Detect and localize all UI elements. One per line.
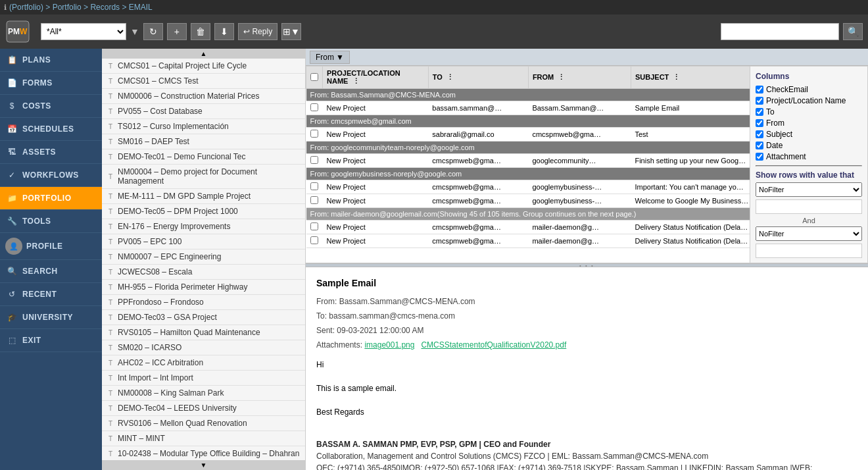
- project-item-7[interactable]: T DEMO-Tec01 – Demo Funcional Tec: [102, 149, 305, 165]
- project-item-13[interactable]: T NM00007 – EPC Engineering: [102, 249, 305, 265]
- row-checkbox[interactable]: [310, 182, 318, 190]
- project-item-9[interactable]: T ME-M-111 – DM GPD Sample Project: [102, 189, 305, 204]
- col-checkbox-to[interactable]: [756, 108, 763, 116]
- info-icon[interactable]: ℹ: [4, 3, 7, 12]
- project-item-19[interactable]: T SM020 – ICARSO: [102, 340, 305, 355]
- svg-text:W: W: [20, 27, 28, 36]
- refresh-button[interactable]: ↻: [143, 23, 163, 40]
- project-item-11[interactable]: T EN-176 – Energy Improvements: [102, 219, 305, 234]
- project-item-15[interactable]: T MH-955 – Florida Perimeter Highway: [102, 280, 305, 295]
- project-item-6[interactable]: T SM016 – DAEP Test: [102, 134, 305, 149]
- sig-phone: OFC: (+9714) 365-4850|MOB: (+972-50) 657…: [316, 462, 857, 471]
- col-checkbox-from[interactable]: [756, 119, 763, 127]
- project-item-24[interactable]: T RVS0106 – Mellon Quad Renovation: [102, 416, 305, 431]
- col-check-checkemail: CheckEmail: [756, 85, 862, 94]
- project-item-22[interactable]: T NM00008 – King Salman Park: [102, 386, 305, 401]
- row-to: cmcspmweb@gma…: [428, 234, 528, 248]
- search-input[interactable]: [721, 23, 839, 40]
- sidebar-item-profile[interactable]: 👤 PROFILE: [0, 233, 102, 260]
- project-list-scroll-down[interactable]: ▼: [102, 460, 305, 470]
- app-logo: PM W: [5, 20, 30, 43]
- sidebar-label-exit: EXIT: [22, 336, 41, 345]
- search-button[interactable]: 🔍: [843, 23, 863, 40]
- project-item-23[interactable]: T DEMO-Tec04 – LEEDS University: [102, 401, 305, 416]
- email-meta-attachments: Attachments: image001.png CMCSStatemento…: [316, 339, 857, 351]
- row-checkbox[interactable]: [310, 222, 318, 230]
- filter-input-1[interactable]: [756, 199, 862, 214]
- sidebar-label-forms: FORMS: [22, 78, 53, 88]
- filter-select-1[interactable]: NoFilter: [756, 182, 862, 197]
- project-item-10[interactable]: T DEMO-Tec05 – DPM Project 1000: [102, 204, 305, 219]
- col-checkbox: [306, 66, 323, 89]
- sidebar-item-forms[interactable]: 📄 FORMS: [0, 72, 102, 95]
- col-checkbox-project[interactable]: [756, 97, 763, 105]
- download-button[interactable]: ⬇: [214, 23, 234, 40]
- filter-dropdown[interactable]: *All*: [41, 23, 126, 40]
- sidebar-item-schedules[interactable]: 📅 SCHEDULES: [0, 118, 102, 141]
- row-project: New Project: [323, 180, 429, 194]
- delete-button[interactable]: 🗑: [191, 23, 210, 40]
- col-project[interactable]: PROJECT/LOCATIONNAME ⋮: [323, 66, 429, 89]
- project-icon-6: T: [106, 137, 115, 146]
- col-checkbox-checkemail[interactable]: [756, 86, 763, 93]
- row-checkbox[interactable]: [310, 196, 318, 204]
- attachment-link-2[interactable]: CMCSStatementofQualificationV2020.pdf: [421, 340, 566, 350]
- row-checkbox[interactable]: [310, 156, 318, 164]
- reply-button[interactable]: ↩ Reply: [238, 23, 277, 40]
- project-item-18[interactable]: T RVS0105 – Hamilton Quad Maintenance: [102, 325, 305, 340]
- sidebar-item-plans[interactable]: 📋 PLANS: [0, 49, 102, 72]
- email-regards: Best Regards: [316, 406, 857, 418]
- from-sort-button[interactable]: From ▼: [310, 51, 350, 64]
- project-item-21[interactable]: T Int Import – Int Import: [102, 371, 305, 386]
- col-from[interactable]: FROM ⋮: [528, 66, 631, 89]
- sidebar-item-portfolio[interactable]: 📁 PORTFOLIO: [0, 187, 102, 210]
- row-checkbox[interactable]: [310, 103, 318, 111]
- project-item-26[interactable]: T 10-02438 – Modular Type Office Buildin…: [102, 446, 305, 460]
- project-item-3[interactable]: T NM00006 – Construction Material Prices: [102, 89, 305, 104]
- sidebar-item-tools[interactable]: 🔧 TOOLS: [0, 210, 102, 233]
- project-icon-11: T: [106, 222, 115, 231]
- sidebar-item-assets[interactable]: 🏗 ASSETS: [0, 141, 102, 164]
- project-item-1[interactable]: T CMCS01 – Capital Project Life Cycle: [102, 59, 305, 74]
- sidebar-item-university[interactable]: 🎓 UNIVERSITY: [0, 306, 102, 329]
- from-bar: From ▼: [306, 49, 868, 66]
- attachment-link-1[interactable]: image001.png: [364, 340, 414, 350]
- project-item-2[interactable]: T CMCS01 – CMCS Test: [102, 74, 305, 89]
- project-item-5[interactable]: T TS012 – Curso Implementación: [102, 119, 305, 134]
- project-item-16[interactable]: T PPFrondoso – Frondoso: [102, 295, 305, 310]
- email-meta-sent: Sent: 09-03-2021 12:00:00 AM: [316, 325, 857, 336]
- project-icon-1: T: [106, 61, 115, 70]
- row-checkbox[interactable]: [310, 236, 318, 244]
- grid-button[interactable]: ⊞▼: [281, 23, 301, 40]
- add-button[interactable]: +: [167, 23, 187, 40]
- col-checkbox-date[interactable]: [756, 142, 763, 149]
- sig-company: Collaboration, Management and Control So…: [316, 450, 857, 462]
- project-item-12[interactable]: T PV005 – EPC 100: [102, 234, 305, 249]
- show-rows-label: Show rows with value that: [756, 170, 862, 180]
- project-icon-19: T: [106, 343, 115, 352]
- sidebar-item-exit[interactable]: ⬚ EXIT: [0, 329, 102, 352]
- row-from: mailer-daemon@g…: [528, 221, 631, 234]
- filter-select-2[interactable]: NoFilter: [756, 226, 862, 241]
- row-checkbox[interactable]: [310, 130, 318, 138]
- project-item-17[interactable]: T DEMO-Tec03 – GSA Project: [102, 310, 305, 325]
- project-icon-24: T: [106, 419, 115, 428]
- filter-input-2[interactable]: [756, 244, 862, 258]
- project-item-20[interactable]: T AHC02 – ICC Arbitration: [102, 355, 305, 371]
- sidebar-item-costs[interactable]: $ COSTS: [0, 95, 102, 118]
- project-item-4[interactable]: T PV055 – Cost Database: [102, 104, 305, 119]
- col-checkbox-attachment[interactable]: [756, 153, 763, 161]
- sidebar-item-recent[interactable]: ↺ RECENT: [0, 283, 102, 306]
- project-item-8[interactable]: T NM00004 – Demo project for Document Ma…: [102, 165, 305, 189]
- filter-button[interactable]: FILTER: [756, 263, 862, 263]
- col-to[interactable]: TO ⋮: [428, 66, 528, 89]
- sidebar-item-search[interactable]: 🔍 SEARCH: [0, 260, 102, 283]
- breadcrumb-portfolio-link[interactable]: (Portfolio) > Portfolio > Records > EMAI…: [9, 3, 153, 12]
- project-item-14[interactable]: T JCWECS08 – Escala: [102, 265, 305, 280]
- project-list-scroll-up[interactable]: ▲: [102, 49, 305, 59]
- project-item-25[interactable]: T MINT – MINT: [102, 431, 305, 446]
- col-checkbox-subject[interactable]: [756, 130, 763, 138]
- row-project: New Project: [323, 221, 429, 234]
- select-all-checkbox[interactable]: [310, 73, 318, 81]
- sidebar-item-workflows[interactable]: ✓ WORKFLOWS: [0, 164, 102, 187]
